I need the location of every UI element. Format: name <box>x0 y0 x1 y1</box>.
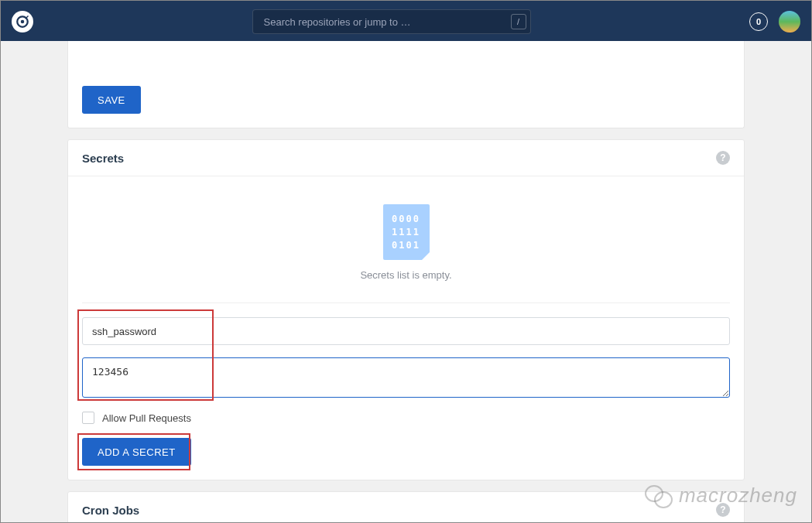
avatar[interactable] <box>779 11 800 32</box>
svg-point-1 <box>21 20 25 24</box>
cron-card: Cron Jobs ? <box>67 491 745 522</box>
binary-file-icon: 0000 1111 0101 <box>383 204 430 260</box>
secrets-title: Secrets <box>82 152 124 165</box>
allow-pr-row[interactable]: Allow Pull Requests <box>82 412 730 424</box>
secret-name-input[interactable] <box>82 317 730 345</box>
app-logo[interactable] <box>12 11 33 32</box>
allow-pr-label: Allow Pull Requests <box>102 412 191 424</box>
topbar-right: 0 <box>749 11 800 32</box>
secrets-empty-text: Secrets list is empty. <box>82 269 730 281</box>
config-card-partial: Configuration SAVE <box>67 41 745 128</box>
cron-header: Cron Jobs ? <box>68 492 744 522</box>
secret-form: 123456 Allow Pull Requests ADD A SECRET <box>82 303 730 466</box>
help-icon[interactable]: ? <box>716 151 730 165</box>
add-secret-button[interactable]: ADD A SECRET <box>82 438 191 466</box>
drone-icon <box>15 15 29 29</box>
cron-title: Cron Jobs <box>82 504 139 517</box>
secrets-card: Secrets ? 0000 1111 0101 Secrets list is… <box>67 139 745 480</box>
secrets-empty-state: 0000 1111 0101 Secrets list is empty. <box>82 187 730 303</box>
save-button[interactable]: SAVE <box>82 86 141 114</box>
topbar: / 0 <box>1 1 811 41</box>
icon-row: 0101 <box>392 240 420 251</box>
notification-count[interactable]: 0 <box>749 12 768 31</box>
help-icon[interactable]: ? <box>716 503 730 517</box>
secret-value-input[interactable]: 123456 <box>82 357 730 398</box>
icon-row: 0000 <box>392 214 420 224</box>
icon-row: 1111 <box>392 227 420 238</box>
search-wrap: / <box>252 9 531 34</box>
search-input[interactable] <box>252 9 531 34</box>
slash-shortcut-icon: / <box>511 14 526 29</box>
secrets-header: Secrets ? <box>68 140 744 176</box>
main-scroll[interactable]: / 0 Configuration SAVE <box>1 1 811 522</box>
allow-pr-checkbox[interactable] <box>82 412 94 424</box>
